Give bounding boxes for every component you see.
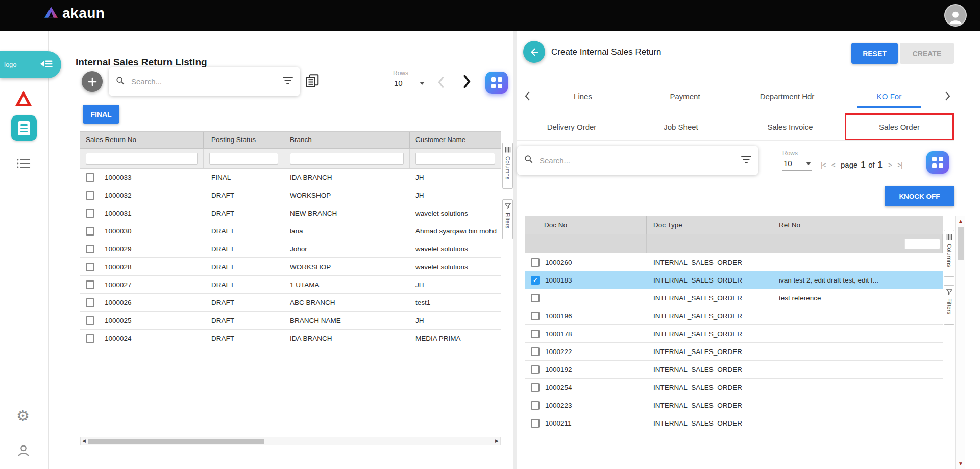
row-checkbox[interactable] <box>86 191 94 200</box>
pdf-app-icon[interactable] <box>14 90 33 109</box>
filters-side-tab[interactable]: Filters <box>944 285 954 325</box>
table-row[interactable]: 1000024 DRAFT IDA BRANCH MEDIA PRIMA <box>80 330 501 347</box>
filter-input-sales-return-no[interactable] <box>86 153 198 165</box>
scrollbar-thumb[interactable] <box>958 227 964 260</box>
row-checkbox[interactable] <box>86 227 94 236</box>
table-row[interactable]: 1000030 DRAFT lana Ahmad syarqawi bin mo… <box>80 222 501 240</box>
header-sales-return-no[interactable]: Sales Return No <box>80 132 204 148</box>
row-checkbox[interactable] <box>86 316 94 325</box>
tab[interactable]: Lines <box>532 85 634 108</box>
add-button[interactable] <box>82 71 103 92</box>
row-checkbox[interactable] <box>86 280 94 289</box>
create-button[interactable]: CREATE <box>900 43 954 64</box>
table-row[interactable]: 1000025 DRAFT BRANCH NAME JH <box>80 312 501 330</box>
sidebar-toggle-icon[interactable] <box>40 59 53 71</box>
apps-grid-button[interactable] <box>926 151 949 174</box>
filter-icon[interactable] <box>741 156 751 166</box>
next-page-button[interactable]: > <box>888 161 892 169</box>
scroll-down-arrow[interactable]: ▼ <box>956 461 965 466</box>
table-row[interactable]: 1000031 DRAFT NEW BRANCH wavelet solutio… <box>80 204 501 222</box>
columns-side-tab[interactable]: Columns <box>944 230 954 277</box>
filter-input-posting-status[interactable] <box>209 153 278 165</box>
table-row[interactable]: 1000032 DRAFT WORKSHOP JH <box>80 186 501 204</box>
scroll-left-arrow[interactable]: ◀ <box>82 438 86 443</box>
row-checkbox[interactable] <box>531 294 540 302</box>
profile-icon[interactable] <box>16 443 31 459</box>
table-row[interactable]: 1000192 INTERNAL_SALES_ORDER <box>525 361 943 379</box>
pages-icon[interactable] <box>305 73 320 90</box>
row-checkbox[interactable] <box>86 298 94 307</box>
tabs-scroll-left[interactable] <box>524 90 532 104</box>
prev-page-button[interactable] <box>436 75 447 91</box>
prev-page-button[interactable]: < <box>831 161 835 169</box>
table-row[interactable]: 1000029 DRAFT Johor wavelet solutions <box>80 240 501 258</box>
subtab[interactable]: Sales Order <box>845 113 954 140</box>
first-page-button[interactable]: |< <box>821 161 826 169</box>
table-row[interactable]: 1000211 INTERNAL_SALES_ORDER <box>525 414 943 432</box>
row-checkbox[interactable] <box>531 330 540 338</box>
filter-input[interactable] <box>904 239 940 249</box>
user-avatar[interactable] <box>944 4 967 27</box>
header-ref-no[interactable]: Ref No <box>772 216 900 234</box>
sidebar-logo-pill[interactable]: logo <box>0 51 61 78</box>
table-row[interactable]: 1000223 INTERNAL_SALES_ORDER <box>525 396 943 414</box>
tab[interactable]: KO For <box>838 85 940 108</box>
row-checkbox[interactable] <box>86 209 94 218</box>
subtab[interactable]: Sales Invoice <box>736 113 845 140</box>
ledger-app-icon[interactable] <box>11 115 37 141</box>
table-row[interactable]: 1000196 INTERNAL_SALES_ORDER <box>525 307 943 325</box>
final-filter-button[interactable]: FINAL <box>83 105 119 124</box>
scrollbar-thumb[interactable] <box>88 439 264 444</box>
row-checkbox[interactable] <box>86 263 94 271</box>
subtab[interactable]: Job Sheet <box>626 113 736 140</box>
scroll-right-arrow[interactable]: ▶ <box>495 438 499 443</box>
header-doc-type[interactable]: Doc Type <box>647 216 772 234</box>
row-checkbox[interactable] <box>531 258 540 267</box>
knock-off-button[interactable]: KNOCK OFF <box>885 186 954 206</box>
columns-side-tab[interactable]: Columns <box>502 143 513 189</box>
table-row[interactable]: 1000027 DRAFT 1 UTAMA JH <box>80 276 501 294</box>
horizontal-scrollbar[interactable]: ◀ ▶ <box>80 437 501 445</box>
list-menu-icon[interactable] <box>16 157 31 171</box>
brand-logo[interactable]: akaun <box>44 5 105 21</box>
header-posting-status[interactable]: Posting Status <box>204 132 284 148</box>
search-input[interactable] <box>130 77 283 86</box>
tabs-scroll-right[interactable] <box>943 90 951 104</box>
table-row[interactable]: 1000254 INTERNAL_SALES_ORDER <box>525 379 943 396</box>
row-checkbox[interactable] <box>531 312 540 320</box>
scroll-up-arrow[interactable]: ▲ <box>956 218 965 224</box>
rows-select[interactable]: 10 <box>393 78 426 90</box>
row-checkbox[interactable] <box>531 419 540 428</box>
row-checkbox[interactable] <box>86 245 94 253</box>
row-checkbox[interactable] <box>531 276 540 285</box>
vertical-scrollbar[interactable]: ▲ ▼ <box>955 216 965 469</box>
table-row[interactable]: INTERNAL_SALES_ORDER test reference <box>525 289 943 307</box>
table-row[interactable]: 1000178 INTERNAL_SALES_ORDER <box>525 325 943 343</box>
row-checkbox[interactable] <box>531 401 540 410</box>
table-row[interactable]: 1000222 INTERNAL_SALES_ORDER <box>525 343 943 361</box>
next-page-button[interactable] <box>460 73 472 91</box>
tab[interactable]: Payment <box>634 85 736 108</box>
tab[interactable]: Department Hdr <box>736 85 838 108</box>
row-checkbox[interactable] <box>86 334 94 343</box>
filter-input-branch[interactable] <box>290 153 404 165</box>
row-checkbox[interactable] <box>531 383 540 392</box>
search-input[interactable] <box>538 156 741 166</box>
table-row[interactable]: 1000260 INTERNAL_SALES_ORDER <box>525 253 943 271</box>
table-row[interactable]: 1000183 INTERNAL_SALES_ORDER ivan test 2… <box>525 271 943 289</box>
rows-select[interactable]: 10 <box>782 158 812 171</box>
header-doc-no[interactable]: Doc No <box>525 216 647 234</box>
table-row[interactable]: 1000028 DRAFT WORKSHOP wavelet solutions <box>80 258 501 276</box>
last-page-button[interactable]: >| <box>897 161 902 169</box>
settings-gear-icon[interactable]: ⚙ <box>16 409 30 424</box>
reset-button[interactable]: RESET <box>851 43 898 64</box>
back-button[interactable] <box>523 41 545 63</box>
filter-input-customer-name[interactable] <box>415 153 495 165</box>
row-checkbox[interactable] <box>531 365 540 374</box>
header-customer-name[interactable]: Customer Name <box>410 132 501 148</box>
table-row[interactable]: 1000026 DRAFT ABC BRANCH test1 <box>80 294 501 312</box>
table-row[interactable]: 1000033 FINAL IDA BRANCH JH <box>80 169 501 186</box>
subtab[interactable]: Delivery Order <box>517 113 626 140</box>
row-checkbox[interactable] <box>86 173 94 182</box>
apps-grid-button[interactable] <box>485 72 508 94</box>
